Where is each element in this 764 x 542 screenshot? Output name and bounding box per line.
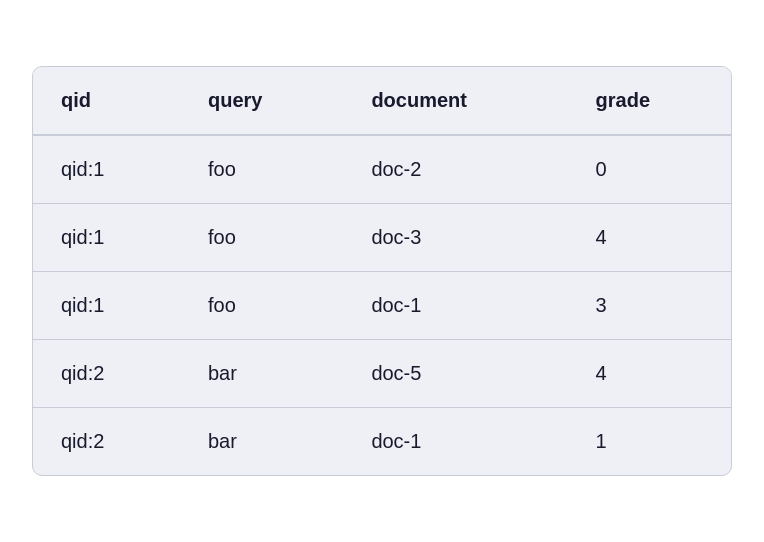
data-table: qid query document grade qid:1foodoc-20q… <box>33 67 731 475</box>
col-header-query: query <box>180 67 343 135</box>
table-row: qid:1foodoc-13 <box>33 272 731 340</box>
col-header-document: document <box>343 67 567 135</box>
table-row: qid:1foodoc-20 <box>33 135 731 204</box>
cell-grade: 4 <box>568 340 731 408</box>
cell-document: doc-1 <box>343 408 567 476</box>
cell-query: bar <box>180 340 343 408</box>
cell-query: foo <box>180 272 343 340</box>
cell-qid: qid:2 <box>33 340 180 408</box>
cell-qid: qid:1 <box>33 135 180 204</box>
cell-document: doc-2 <box>343 135 567 204</box>
cell-grade: 1 <box>568 408 731 476</box>
cell-grade: 0 <box>568 135 731 204</box>
cell-qid: qid:1 <box>33 272 180 340</box>
cell-grade: 4 <box>568 204 731 272</box>
cell-qid: qid:1 <box>33 204 180 272</box>
cell-document: doc-1 <box>343 272 567 340</box>
table-row: qid:1foodoc-34 <box>33 204 731 272</box>
cell-grade: 3 <box>568 272 731 340</box>
col-header-grade: grade <box>568 67 731 135</box>
cell-query: foo <box>180 135 343 204</box>
table-header-row: qid query document grade <box>33 67 731 135</box>
cell-document: doc-5 <box>343 340 567 408</box>
col-header-qid: qid <box>33 67 180 135</box>
table-row: qid:2bardoc-54 <box>33 340 731 408</box>
cell-document: doc-3 <box>343 204 567 272</box>
table-row: qid:2bardoc-11 <box>33 408 731 476</box>
table-container: qid query document grade qid:1foodoc-20q… <box>32 66 732 476</box>
cell-query: bar <box>180 408 343 476</box>
cell-query: foo <box>180 204 343 272</box>
cell-qid: qid:2 <box>33 408 180 476</box>
